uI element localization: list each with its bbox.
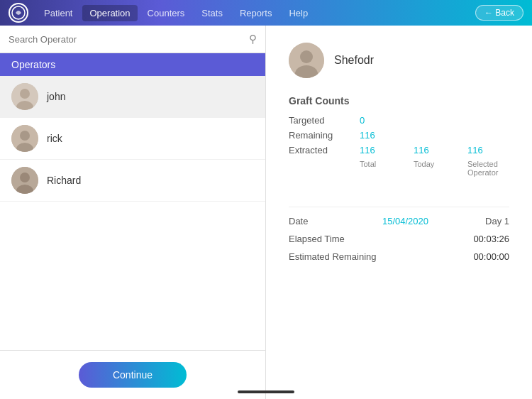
avatar — [11, 167, 38, 194]
operators-header: Operators — [0, 53, 265, 76]
main-content: ⚲ Operators john — [0, 26, 532, 399]
operator-name: rick — [47, 133, 62, 144]
elapsed-label: Elapsed Time — [289, 234, 345, 244]
col-selected-header: Selected Operator — [467, 160, 509, 177]
search-icon: ⚲ — [249, 33, 257, 45]
graft-counts-title: Graft Counts — [289, 95, 509, 106]
avatar — [11, 83, 38, 110]
remaining-time-value: 00:00:00 — [473, 251, 509, 262]
back-button[interactable]: ← Back — [475, 5, 523, 21]
stats-table: Targeted 0 Remaining 116 Extracted 116 1… — [289, 115, 509, 181]
remaining-label: Remaining — [289, 130, 360, 141]
operator-name: Richard — [47, 175, 81, 186]
selected-avatar — [289, 43, 324, 78]
elapsed-row: Elapsed Time 00:03:26 — [289, 234, 509, 244]
right-panel: Shefodr Graft Counts Targeted 0 Remainin… — [266, 26, 532, 399]
date-row: Date 15/04/2020 Day 1 — [289, 216, 509, 226]
nav-reports[interactable]: Reports — [233, 5, 279, 21]
svg-point-5 — [20, 131, 30, 141]
extracted-values: 116 116 116 — [360, 145, 496, 155]
nav-operation[interactable]: Operation — [82, 5, 137, 21]
svg-point-11 — [300, 50, 313, 63]
avatar — [11, 125, 38, 152]
operator-name: john — [47, 91, 65, 102]
continue-button[interactable]: Continue — [79, 362, 187, 388]
operator-item[interactable]: john — [0, 76, 265, 118]
date-label: Date — [289, 216, 308, 226]
bottom-bar — [238, 390, 294, 393]
targeted-values: 0 — [360, 115, 388, 126]
remaining-time-row: Estimated Remaining 00:00:00 — [289, 251, 509, 262]
col-headers: Total Today Selected Operator — [360, 160, 509, 177]
remaining-time-label: Estimated Remaining — [289, 251, 377, 262]
col-today-header: Today — [414, 160, 442, 177]
divider — [289, 207, 509, 207]
nav-help[interactable]: Help — [282, 5, 315, 21]
targeted-row: Targeted 0 — [289, 115, 509, 126]
operator-item[interactable]: rick — [0, 118, 265, 160]
nav-patient[interactable]: Patient — [37, 5, 79, 21]
logo — [9, 3, 28, 23]
targeted-label: Targeted — [289, 115, 360, 126]
col-headers-row: Total Today Selected Operator — [289, 160, 509, 177]
operator-list: john rick — [0, 76, 265, 350]
targeted-value: 0 — [360, 115, 388, 126]
operator-item[interactable]: Richard — [0, 160, 265, 202]
svg-point-2 — [20, 89, 30, 99]
continue-area: Continue — [0, 350, 265, 399]
extracted-row: Extracted 116 116 116 — [289, 145, 509, 155]
left-panel: ⚲ Operators john — [0, 26, 266, 399]
extracted-selected: 116 — [467, 145, 496, 155]
nav-stats[interactable]: Stats — [194, 5, 230, 21]
selected-operator-name: Shefodr — [334, 54, 374, 67]
extracted-label: Extracted — [289, 145, 360, 155]
date-value: 15/04/2020 — [382, 216, 428, 226]
col-total-header: Total — [360, 160, 388, 177]
elapsed-value: 00:03:26 — [473, 234, 509, 244]
extracted-total: 116 — [360, 145, 388, 155]
remaining-row: Remaining 116 — [289, 130, 509, 141]
nav-counters[interactable]: Counters — [140, 5, 192, 21]
header: Patient Operation Counters Stats Reports… — [0, 0, 532, 26]
selected-operator-section: Shefodr — [289, 43, 509, 78]
day-value: Day 1 — [485, 216, 509, 226]
extracted-today: 116 — [414, 145, 442, 155]
svg-point-8 — [20, 173, 30, 182]
remaining-values: 116 — [360, 130, 388, 141]
remaining-value: 116 — [360, 130, 388, 141]
search-input[interactable] — [9, 34, 243, 45]
search-bar: ⚲ — [0, 26, 265, 53]
